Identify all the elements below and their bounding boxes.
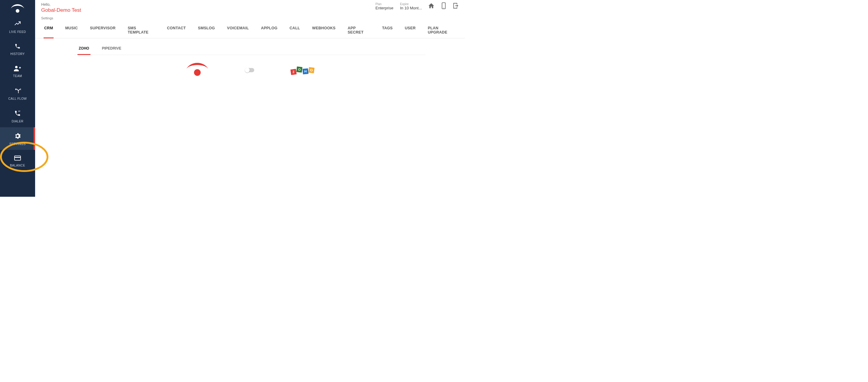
tab-call[interactable]: CALL xyxy=(289,24,301,38)
sidebar-item-label: TEAM xyxy=(13,74,22,78)
header-icons xyxy=(428,2,459,10)
plan-caption: Plan xyxy=(375,2,393,6)
sidebar-item-label: LIVE FEED xyxy=(9,30,26,34)
tab-supervisor[interactable]: SUPERVISOR xyxy=(89,24,116,38)
tab-crm[interactable]: CRM xyxy=(43,24,54,38)
sidebar-item-label: SETTINGS xyxy=(9,142,26,146)
header: Hello, Gobal-Demo Test Plan Enterprise E… xyxy=(35,0,465,13)
subtab-zoho[interactable]: ZOHO xyxy=(78,44,91,55)
svg-point-1 xyxy=(15,66,18,68)
mobile-icon[interactable] xyxy=(441,2,446,10)
tab-user[interactable]: USER xyxy=(404,24,416,38)
svg-point-0 xyxy=(16,9,19,13)
sidebar-item-balance[interactable]: BALANCE xyxy=(0,150,35,171)
split-icon xyxy=(14,88,21,95)
plan-value: Enterprise xyxy=(375,6,393,10)
sidebar: LIVE FEED HISTORY TEAM CALL FLOW SIP DIA… xyxy=(0,0,35,197)
settings-tabs: CRM MUSIC SUPERVISOR SMS TEMPLATE CONTAC… xyxy=(35,20,465,38)
zoho-letter: O xyxy=(308,67,314,73)
sidebar-item-label: HISTORY xyxy=(10,52,25,56)
tab-contact[interactable]: CONTACT xyxy=(166,24,186,38)
tab-sms-template[interactable]: SMS TEMPLATE xyxy=(127,24,156,38)
zoho-logo-icon: Z O H O xyxy=(290,67,314,73)
svg-rect-4 xyxy=(14,157,21,158)
breadcrumb: Settings xyxy=(35,13,465,20)
greeting-hello: Hello, xyxy=(41,2,81,7)
expire-caption: Expire xyxy=(400,2,422,6)
zoho-letter: O xyxy=(296,67,302,73)
crm-subtabs: ZOHO PIPEDRIVE xyxy=(74,38,426,55)
sidebar-item-label: BALANCE xyxy=(10,164,25,167)
phone-icon xyxy=(14,43,21,50)
sidebar-nav: LIVE FEED HISTORY TEAM CALL FLOW SIP DIA… xyxy=(0,15,35,171)
expire-info: Expire In 10 Mont... xyxy=(400,2,422,10)
tab-smslog[interactable]: SMSLOG xyxy=(197,24,216,38)
zoho-letter: Z xyxy=(290,69,297,75)
greeting: Hello, Gobal-Demo Test xyxy=(41,2,81,13)
tab-voicemail[interactable]: VOICEMAIL xyxy=(226,24,249,38)
team-add-icon xyxy=(14,65,21,73)
sidebar-item-label: CALL FLOW xyxy=(8,97,27,100)
integration-row: Z O H O xyxy=(35,55,465,77)
subtab-pipedrive[interactable]: PIPEDRIVE xyxy=(101,44,123,55)
svg-point-6 xyxy=(443,7,444,8)
sidebar-item-label: DIALER xyxy=(11,120,23,123)
svg-rect-3 xyxy=(14,156,21,161)
sidebar-item-team[interactable]: TEAM xyxy=(0,60,35,82)
sidebar-item-history[interactable]: HISTORY xyxy=(0,38,35,60)
sidebar-item-settings[interactable]: SETTINGS xyxy=(0,127,35,150)
tab-app-secret[interactable]: APP SECRET xyxy=(347,24,371,38)
zoho-letter: H xyxy=(303,68,309,74)
svg-text:SIP: SIP xyxy=(18,111,20,112)
home-icon[interactable] xyxy=(428,2,435,10)
card-icon xyxy=(14,155,21,162)
tab-tags[interactable]: TAGS xyxy=(382,24,394,38)
app-brand-icon xyxy=(186,63,209,77)
app-logo-icon xyxy=(0,0,35,15)
tab-music[interactable]: MUSIC xyxy=(64,24,79,38)
gear-icon xyxy=(14,133,21,141)
integration-toggle[interactable] xyxy=(245,68,254,72)
tab-webhooks[interactable]: WEBHOOKS xyxy=(311,24,336,38)
sidebar-item-live-feed[interactable]: LIVE FEED xyxy=(0,15,35,38)
plan-info: Plan Enterprise xyxy=(375,2,393,10)
sip-phone-icon: SIP xyxy=(14,110,21,118)
trend-icon xyxy=(14,21,21,28)
header-meta: Plan Enterprise Expire In 10 Mont... xyxy=(375,2,422,10)
svg-point-7 xyxy=(194,69,200,76)
header-right: Plan Enterprise Expire In 10 Mont... xyxy=(375,2,459,10)
sidebar-item-dialer[interactable]: SIP DIALER xyxy=(0,105,35,127)
logout-icon[interactable] xyxy=(453,2,459,10)
main-content: Hello, Gobal-Demo Test Plan Enterprise E… xyxy=(35,0,465,197)
expire-value: In 10 Mont... xyxy=(400,6,422,10)
greeting-user: Gobal-Demo Test xyxy=(41,7,81,13)
tab-applog[interactable]: APPLOG xyxy=(260,24,278,38)
tab-plan-upgrade[interactable]: PLAN UPGRADE xyxy=(427,24,456,38)
sidebar-item-call-flow[interactable]: CALL FLOW xyxy=(0,82,35,105)
